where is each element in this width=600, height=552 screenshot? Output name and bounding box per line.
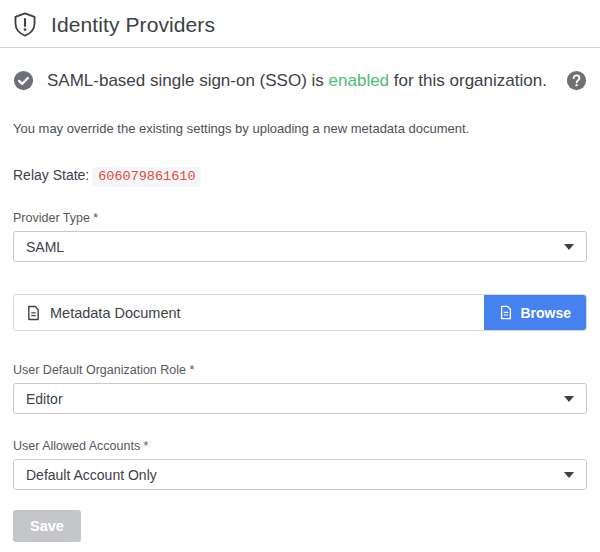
page-title: Identity Providers xyxy=(51,13,215,37)
chevron-down-icon xyxy=(564,244,574,250)
chevron-down-icon xyxy=(564,396,574,402)
metadata-document-label-wrap: Metadata Document xyxy=(14,305,484,321)
override-description: You may override the existing settings b… xyxy=(13,121,587,136)
metadata-document-placeholder: Metadata Document xyxy=(50,305,181,321)
browse-button-label: Browse xyxy=(520,305,571,321)
save-button[interactable]: Save xyxy=(13,510,81,542)
org-role-label: User Default Organization Role * xyxy=(13,363,587,377)
sso-status-row: SAML-based single sign-on (SSO) is enabl… xyxy=(13,70,587,91)
metadata-document-file-input[interactable]: Metadata Document Browse xyxy=(13,294,587,331)
allowed-accounts-label: User Allowed Accounts * xyxy=(13,439,587,453)
identity-providers-page: Identity Providers SAML-based single sig… xyxy=(0,0,600,552)
allowed-accounts-select[interactable]: Default Account Only xyxy=(13,459,587,490)
status-text-before: SAML-based single sign-on (SSO) is xyxy=(47,71,329,90)
status-enabled-highlight: enabled xyxy=(329,71,390,90)
browse-button[interactable]: Browse xyxy=(484,295,586,330)
status-text-after: for this organization. xyxy=(389,71,547,90)
relay-state-value: 606079861610 xyxy=(92,167,201,187)
allowed-accounts-field: User Allowed Accounts * Default Account … xyxy=(13,439,587,490)
org-role-value: Editor xyxy=(26,391,63,407)
allowed-accounts-value: Default Account Only xyxy=(26,467,157,483)
provider-type-select[interactable]: SAML xyxy=(13,231,587,262)
help-icon[interactable] xyxy=(566,70,587,91)
document-icon xyxy=(26,305,41,321)
sso-status-text: SAML-based single sign-on (SSO) is enabl… xyxy=(47,71,547,91)
document-icon xyxy=(499,305,513,320)
page-header: Identity Providers xyxy=(0,0,600,48)
org-role-select[interactable]: Editor xyxy=(13,383,587,414)
check-circle-icon xyxy=(13,70,34,91)
relay-state-row: Relay State:606079861610 xyxy=(13,167,587,184)
org-role-field: User Default Organization Role * Editor xyxy=(13,363,587,414)
provider-type-value: SAML xyxy=(26,239,64,255)
chevron-down-icon xyxy=(564,472,574,478)
identity-provider-form: SAML-based single sign-on (SSO) is enabl… xyxy=(0,70,600,552)
relay-state-label: Relay State: xyxy=(13,167,89,183)
shield-exclamation-icon xyxy=(12,11,38,38)
provider-type-label: Provider Type * xyxy=(13,211,587,225)
provider-type-field: Provider Type * SAML xyxy=(13,211,587,262)
